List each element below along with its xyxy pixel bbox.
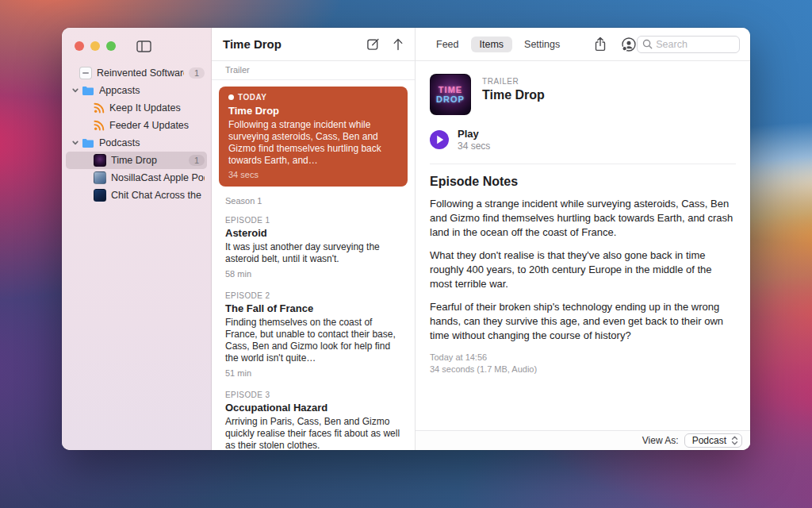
sidebar-item-label: Feeder 4 Updates	[109, 120, 205, 131]
user-circle-icon	[621, 37, 637, 52]
search-icon	[642, 39, 653, 49]
feed-title: Time Drop	[223, 37, 354, 51]
section-header-season-1: Season 1	[212, 188, 415, 210]
search-field[interactable]	[637, 36, 740, 53]
sidebar-item-label: Appcasts	[99, 85, 205, 96]
sidebar-item-label: Chit Chat Across the Po…	[111, 190, 205, 201]
play-label: Play	[458, 128, 490, 140]
notes-paragraph: Following a strange incident while surve…	[430, 197, 736, 240]
close-window-button[interactable]	[75, 41, 84, 51]
unread-badge: 1	[189, 155, 205, 166]
episode-kicker: TODAY	[228, 93, 398, 102]
toggle-sidebar-button[interactable]	[136, 40, 151, 52]
episode-duration: 58 min	[225, 269, 401, 279]
rss-icon	[94, 102, 105, 114]
minimize-window-button[interactable]	[90, 41, 100, 51]
unread-dot-icon	[228, 94, 234, 100]
episode-row-3[interactable]: EPISODE 3 Occupational Hazard Arriving i…	[212, 385, 415, 450]
sidebar-item-keep-it-updates[interactable]: Keep It Updates	[62, 99, 211, 117]
share-icon	[594, 37, 607, 52]
episode-title: The Fall of France	[225, 302, 401, 314]
desktop-wallpaper: Reinvented Software 1 Appcasts Keep It U…	[0, 0, 812, 508]
episode-duration: 51 min	[225, 368, 401, 378]
artwork-text-drop: DROP	[436, 94, 465, 104]
view-as-popup[interactable]: Podcast	[684, 433, 742, 448]
episode-kicker: EPISODE 1	[225, 216, 401, 225]
search-input[interactable]	[656, 39, 734, 50]
view-as-label: View As:	[642, 435, 679, 446]
play-button[interactable]	[430, 130, 449, 149]
folder-icon	[82, 86, 94, 96]
episode-row-1[interactable]: EPISODE 1 Asteroid It was just another d…	[212, 210, 415, 286]
chevron-down-icon[interactable]	[71, 139, 79, 147]
compose-button[interactable]	[366, 37, 380, 51]
sidebar-item-label: NosillaCast Apple Podc…	[111, 172, 205, 183]
artwork-text-time: TIME	[439, 85, 462, 94]
file-info: 34 seconds (1.7 MB, Audio)	[430, 364, 736, 375]
notes-paragraph: What they don't realise is that they've …	[430, 248, 736, 291]
sidebar-item-nosillacast[interactable]: NosillaCast Apple Podc…	[62, 169, 211, 187]
detail-pane: Feed Items Settings	[416, 28, 750, 450]
unread-badge: 1	[189, 67, 205, 79]
popup-chevrons-icon	[731, 435, 738, 446]
episode-title: Time Drop	[228, 105, 398, 117]
account-button[interactable]	[621, 37, 637, 52]
episode-title: Asteroid	[225, 227, 401, 239]
episode-detail-content: TIME DROP TRAILER Time Drop Play 34 secs	[416, 61, 750, 430]
episode-row-trailer-selected[interactable]: TODAY Time Drop Following a strange inci…	[219, 87, 408, 187]
episode-description: It was just another day surveying the as…	[225, 241, 401, 265]
compose-icon	[366, 37, 380, 51]
chevron-down-icon[interactable]	[71, 87, 79, 94]
sidebar: Reinvented Software 1 Appcasts Keep It U…	[62, 28, 212, 450]
sidebar-item-podcasts-folder[interactable]: Podcasts	[62, 134, 211, 152]
play-icon	[436, 135, 444, 144]
view-tabs: Feed Items Settings	[427, 37, 569, 52]
episode-description: Following a strange incident while surve…	[228, 119, 398, 167]
episode-date-label: TODAY	[238, 93, 266, 102]
folder-icon	[82, 138, 94, 148]
nosillacast-artwork-thumbnail	[94, 171, 106, 184]
sidebar-icon	[136, 40, 151, 52]
time-drop-artwork-thumbnail	[94, 154, 106, 167]
sidebar-item-feeder-4-updates[interactable]: Feeder 4 Updates	[62, 117, 211, 134]
sidebar-item-label: Podcasts	[99, 137, 205, 148]
list-pane-header: Time Drop	[212, 28, 415, 61]
tab-feed[interactable]: Feed	[427, 37, 468, 52]
episode-row-2[interactable]: EPISODE 2 The Fall of France Finding the…	[212, 286, 415, 385]
share-button[interactable]	[594, 37, 607, 52]
sidebar-item-chit-chat[interactable]: Chit Chat Across the Po…	[62, 187, 211, 204]
published-date: Today at 14:56	[430, 352, 736, 364]
episode-list-pane: Time Drop Trailer TODAY Time Drop Follow…	[212, 28, 416, 450]
episode-duration: 34 secs	[228, 170, 398, 179]
rss-icon	[94, 120, 105, 131]
play-duration: 34 secs	[458, 140, 490, 152]
episode-artwork: TIME DROP	[430, 74, 471, 115]
arrow-up-icon	[393, 37, 404, 51]
episode-description: Arriving in Paris, Cass, Ben and Gizmo q…	[225, 416, 401, 450]
view-as-value: Podcast	[692, 435, 726, 446]
sidebar-item-appcasts-folder[interactable]: Appcasts	[62, 82, 211, 99]
section-header-trailer: Trailer	[212, 61, 415, 80]
sidebar-item-time-drop[interactable]: Time Drop 1	[62, 152, 211, 169]
detail-pane-header: Feed Items Settings	[416, 28, 750, 61]
zoom-window-button[interactable]	[106, 41, 116, 51]
sidebar-item-label: Reinvented Software	[97, 67, 184, 79]
sidebar-item-label: Keep It Updates	[109, 102, 205, 114]
divider	[430, 164, 736, 164]
detail-footer-bar: View As: Podcast	[416, 430, 750, 450]
episode-kicker: EPISODE 2	[225, 291, 401, 300]
episode-title: Occupational Hazard	[225, 402, 401, 414]
feed-list: Reinvented Software 1 Appcasts Keep It U…	[62, 64, 211, 204]
sidebar-item-label: Time Drop	[111, 155, 184, 166]
publish-button[interactable]	[393, 37, 404, 51]
titlebar-controls	[62, 28, 211, 52]
chit-chat-artwork-thumbnail	[94, 189, 106, 202]
tab-items[interactable]: Items	[471, 37, 513, 52]
sidebar-item-reinvented-software[interactable]: Reinvented Software 1	[62, 64, 211, 82]
episode-kicker: EPISODE 3	[225, 391, 401, 399]
episode-notes-heading: Episode Notes	[430, 175, 736, 189]
tab-settings[interactable]: Settings	[515, 37, 569, 52]
app-window-icon	[79, 67, 92, 79]
episode-description: Finding themselves on the coast of Franc…	[225, 317, 401, 364]
episode-type-label: TRAILER	[482, 77, 545, 86]
